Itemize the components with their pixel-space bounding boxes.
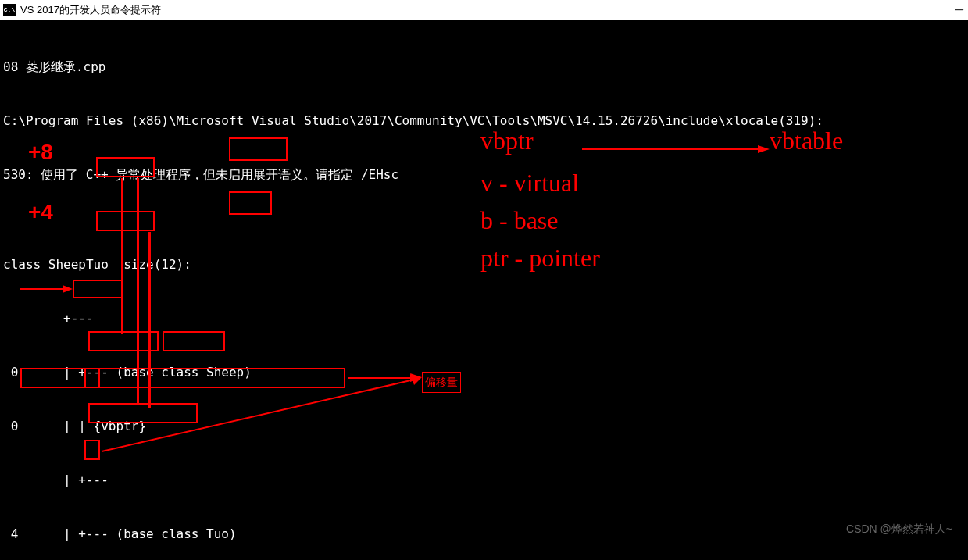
terminal-output[interactable]: 08 菱形继承.cpp C:\Program Files (x86)\Micro… [0, 20, 968, 560]
output-line: 4 | +--- (base class Tuo) [3, 525, 965, 543]
arrow-vbptr-to-vbtable [582, 141, 770, 157]
titlebar: C:\ VS 2017的开发人员命令提示符 — [0, 0, 968, 20]
output-line: +--- [3, 309, 965, 327]
arrow-8-to-mage [20, 283, 74, 295]
arrow-offset4-to-label [102, 373, 430, 455]
annotation-b-base: b - base [480, 212, 559, 230]
annotation-vbptr-label: vbptr [480, 132, 534, 150]
highlight-box-offset4 [84, 440, 100, 460]
annotation-offset-label: 偏移量 [422, 372, 461, 393]
highlight-box-vbptr2 [96, 211, 155, 231]
highlight-box-vbptr1 [96, 157, 155, 177]
annotation-vbtable-label: vbtable [770, 132, 843, 150]
highlight-box-mage [73, 280, 123, 298]
highlight-box-offset8 [84, 368, 100, 388]
svg-marker-7 [410, 373, 422, 385]
window-title: VS 2017的开发人员命令提示符 [20, 3, 161, 17]
minimize-button[interactable]: — [955, 2, 963, 17]
annotation-plus8: +8 [28, 143, 53, 161]
highlight-box-sheep-at [163, 331, 225, 351]
annotation-plus4: +4 [28, 203, 53, 221]
output-line: 08 菱形继承.cpp [3, 58, 965, 76]
svg-marker-3 [63, 285, 73, 293]
highlight-box-tuo [229, 191, 272, 215]
highlight-box-sheep [229, 137, 288, 161]
annotation-ptr-pointer: ptr - pointer [480, 249, 600, 267]
watermark: CSDN @烨然若神人~ [846, 523, 952, 537]
connector-line [121, 178, 123, 334]
svg-line-6 [102, 380, 414, 451]
annotation-v-virtual: v - virtual [480, 174, 579, 192]
cmd-icon: C:\ [3, 4, 16, 16]
output-line: | +--- [3, 471, 965, 489]
connector-line [137, 178, 139, 405]
svg-marker-1 [758, 145, 770, 153]
